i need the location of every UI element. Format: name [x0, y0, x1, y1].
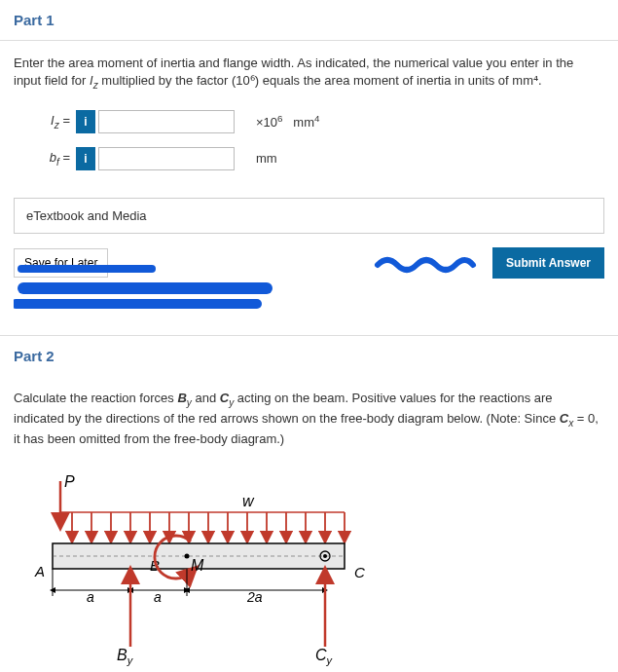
var-By: By [177, 391, 191, 405]
input-row-iz: Iz = i ×106 mm4 [14, 110, 604, 133]
text: B [177, 391, 186, 405]
submit-label: Submit Answer [506, 256, 591, 270]
etextbook-button[interactable]: eTextbook and Media [14, 198, 604, 234]
text: and [192, 391, 220, 405]
dim-a2: a [154, 589, 162, 605]
unit-bf: mm [256, 151, 277, 166]
cx-eq: = 0 [573, 411, 595, 426]
part1-instructions: Enter the area moment of inertia and fla… [14, 55, 604, 93]
label-iz: Iz = [14, 113, 76, 131]
factor: (10⁶) [232, 73, 259, 88]
info-icon[interactable]: i [76, 110, 95, 133]
label-C: C [354, 564, 365, 580]
part2-instructions: Calculate the reaction forces By and Cy … [14, 390, 604, 448]
submit-answer-button[interactable]: Submit Answer [492, 247, 604, 279]
part1-header: Part 1 [0, 0, 618, 41]
bf-input[interactable] [98, 147, 235, 170]
pin-c-dot [323, 554, 327, 558]
text: ×10 [256, 116, 277, 131]
label-P: P [64, 473, 75, 490]
unit-text: mm⁴ [512, 73, 538, 88]
text: C [560, 411, 568, 426]
dim-a1: a [87, 589, 94, 605]
sup: 6 [277, 113, 282, 124]
free-body-diagram: P w [14, 466, 604, 670]
text: Calculate the reaction forces [14, 391, 177, 405]
input-row-bf: bf = i mm [14, 147, 604, 170]
label-M: M [191, 557, 204, 574]
text: multiplied by the factor [98, 73, 232, 88]
part2-body: Calculate the reaction forces By and Cy … [0, 376, 618, 672]
diagram-svg: P w [14, 466, 383, 670]
part1-title: Part 1 [14, 12, 55, 28]
sup: 4 [314, 113, 319, 124]
dim-2a: 2a [246, 589, 263, 605]
part2-header: Part 2 [0, 336, 618, 376]
equals: = [59, 113, 70, 128]
equals: = [59, 150, 70, 165]
text: mm [293, 116, 314, 131]
label-A: A [34, 563, 45, 579]
label-By: By [117, 647, 134, 666]
bottom-redaction [14, 279, 276, 317]
unit-iz: ×106 mm4 [256, 113, 319, 130]
var-Iz: Iz [90, 73, 98, 88]
moment-center-dot [185, 553, 190, 558]
label-w: w [242, 493, 255, 509]
info-icon[interactable]: i [76, 147, 95, 170]
var-Cx: Cx [560, 411, 573, 426]
distributed-load-icon [72, 512, 345, 538]
var-Cy: Cy [220, 391, 234, 405]
text: . [538, 73, 542, 88]
scribble-icon [14, 261, 276, 319]
text: C [220, 391, 229, 405]
iz-input[interactable] [98, 110, 235, 133]
part1-body: Enter the area moment of inertia and fla… [0, 41, 618, 336]
part2-title: Part 2 [14, 348, 55, 364]
text: equals the area moment of inertia in uni… [259, 73, 512, 88]
text: b [50, 150, 56, 165]
label-bf: bf = [14, 150, 76, 168]
etextbook-label: eTextbook and Media [26, 208, 147, 223]
label-Cy: Cy [315, 647, 334, 666]
